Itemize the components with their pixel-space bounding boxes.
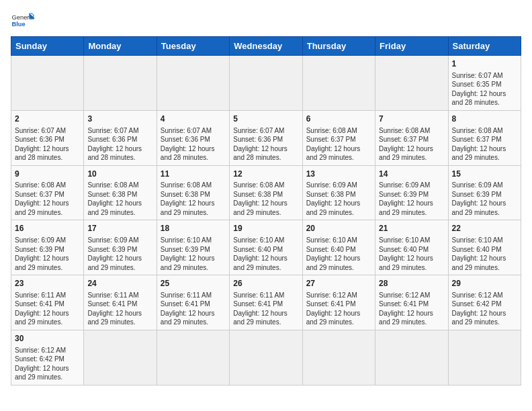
calendar-cell: 28Sunrise: 6:12 AM Sunset: 6:41 PM Dayli…: [375, 275, 448, 330]
day-info: Sunrise: 6:07 AM Sunset: 6:36 PM Dayligh…: [233, 126, 298, 163]
calendar-cell: [84, 330, 157, 385]
day-number: 19: [233, 223, 298, 234]
calendar-cell: 14Sunrise: 6:09 AM Sunset: 6:39 PM Dayli…: [375, 165, 448, 220]
day-info: Sunrise: 6:09 AM Sunset: 6:39 PM Dayligh…: [15, 236, 80, 272]
calendar-cell: [157, 56, 229, 111]
day-info: Sunrise: 6:07 AM Sunset: 6:36 PM Dayligh…: [87, 126, 152, 163]
calendar-cell: 9Sunrise: 6:08 AM Sunset: 6:37 PM Daylig…: [11, 165, 84, 220]
day-info: Sunrise: 6:08 AM Sunset: 6:37 PM Dayligh…: [452, 126, 517, 163]
day-header-friday: Friday: [375, 37, 448, 56]
calendar-cell: 27Sunrise: 6:12 AM Sunset: 6:41 PM Dayli…: [302, 275, 375, 330]
day-info: Sunrise: 6:08 AM Sunset: 6:37 PM Dayligh…: [15, 181, 80, 217]
day-info: Sunrise: 6:10 AM Sunset: 6:40 PM Dayligh…: [379, 236, 444, 272]
calendar-cell: 3Sunrise: 6:07 AM Sunset: 6:36 PM Daylig…: [84, 110, 157, 165]
calendar-cell: [84, 56, 157, 111]
calendar-week-4: 23Sunrise: 6:11 AM Sunset: 6:41 PM Dayli…: [11, 275, 521, 330]
day-info: Sunrise: 6:07 AM Sunset: 6:36 PM Dayligh…: [15, 126, 80, 163]
day-number: 22: [452, 223, 517, 234]
day-info: Sunrise: 6:11 AM Sunset: 6:41 PM Dayligh…: [15, 291, 80, 327]
day-number: 28: [379, 278, 444, 289]
calendar-body: 1Sunrise: 6:07 AM Sunset: 6:35 PM Daylig…: [11, 56, 521, 385]
calendar-week-2: 9Sunrise: 6:08 AM Sunset: 6:37 PM Daylig…: [11, 165, 521, 220]
calendar-cell: 18Sunrise: 6:10 AM Sunset: 6:39 PM Dayli…: [157, 220, 229, 275]
calendar-cell: [157, 330, 229, 385]
calendar-cell: 4Sunrise: 6:07 AM Sunset: 6:36 PM Daylig…: [157, 110, 229, 165]
day-info: Sunrise: 6:08 AM Sunset: 6:38 PM Dayligh…: [233, 181, 298, 217]
day-info: Sunrise: 6:12 AM Sunset: 6:41 PM Dayligh…: [379, 291, 444, 327]
day-info: Sunrise: 6:09 AM Sunset: 6:39 PM Dayligh…: [452, 181, 517, 217]
calendar-cell: 8Sunrise: 6:08 AM Sunset: 6:37 PM Daylig…: [448, 110, 521, 165]
day-number: 15: [452, 169, 517, 180]
day-number: 14: [379, 169, 444, 180]
day-info: Sunrise: 6:11 AM Sunset: 6:41 PM Dayligh…: [233, 291, 298, 327]
day-info: Sunrise: 6:07 AM Sunset: 6:35 PM Dayligh…: [452, 71, 517, 107]
calendar-cell: [302, 330, 375, 385]
calendar-cell: 20Sunrise: 6:10 AM Sunset: 6:40 PM Dayli…: [302, 220, 375, 275]
calendar-cell: [230, 56, 302, 111]
day-header-wednesday: Wednesday: [230, 37, 302, 56]
day-info: Sunrise: 6:12 AM Sunset: 6:41 PM Dayligh…: [306, 291, 371, 327]
day-info: Sunrise: 6:08 AM Sunset: 6:37 PM Dayligh…: [306, 126, 371, 163]
header: General Blue: [11, 11, 521, 30]
day-info: Sunrise: 6:10 AM Sunset: 6:40 PM Dayligh…: [306, 236, 371, 272]
calendar-cell: 1Sunrise: 6:07 AM Sunset: 6:35 PM Daylig…: [448, 56, 521, 111]
generalblue-logo-icon: General Blue: [11, 11, 35, 30]
calendar-week-5: 30Sunrise: 6:12 AM Sunset: 6:42 PM Dayli…: [11, 330, 521, 385]
day-info: Sunrise: 6:07 AM Sunset: 6:36 PM Dayligh…: [161, 126, 226, 163]
day-number: 24: [87, 278, 152, 289]
day-number: 21: [379, 223, 444, 234]
calendar-week-1: 2Sunrise: 6:07 AM Sunset: 6:36 PM Daylig…: [11, 110, 521, 165]
day-number: 7: [379, 113, 444, 125]
calendar-table: SundayMondayTuesdayWednesdayThursdayFrid…: [11, 36, 521, 385]
calendar-cell: [230, 330, 302, 385]
day-header-saturday: Saturday: [448, 37, 521, 56]
calendar-cell: 2Sunrise: 6:07 AM Sunset: 6:36 PM Daylig…: [11, 110, 84, 165]
day-info: Sunrise: 6:10 AM Sunset: 6:39 PM Dayligh…: [161, 236, 226, 272]
calendar-week-3: 16Sunrise: 6:09 AM Sunset: 6:39 PM Dayli…: [11, 220, 521, 275]
day-number: 6: [306, 113, 371, 125]
calendar-cell: [11, 56, 84, 111]
day-number: 2: [15, 113, 80, 125]
calendar-cell: 30Sunrise: 6:12 AM Sunset: 6:42 PM Dayli…: [11, 330, 84, 385]
day-header-thursday: Thursday: [302, 37, 375, 56]
calendar-cell: 13Sunrise: 6:09 AM Sunset: 6:38 PM Dayli…: [302, 165, 375, 220]
calendar-cell: 7Sunrise: 6:08 AM Sunset: 6:37 PM Daylig…: [375, 110, 448, 165]
calendar-cell: 22Sunrise: 6:10 AM Sunset: 6:40 PM Dayli…: [448, 220, 521, 275]
logo: General Blue: [11, 11, 35, 30]
calendar-cell: [302, 56, 375, 111]
day-number: 20: [306, 223, 371, 234]
calendar-cell: 5Sunrise: 6:07 AM Sunset: 6:36 PM Daylig…: [230, 110, 302, 165]
calendar-cell: 29Sunrise: 6:12 AM Sunset: 6:42 PM Dayli…: [448, 275, 521, 330]
day-number: 9: [15, 169, 80, 180]
day-number: 16: [15, 223, 80, 234]
day-info: Sunrise: 6:12 AM Sunset: 6:42 PM Dayligh…: [15, 346, 80, 382]
day-info: Sunrise: 6:11 AM Sunset: 6:41 PM Dayligh…: [161, 291, 226, 327]
day-number: 3: [87, 113, 152, 125]
day-info: Sunrise: 6:09 AM Sunset: 6:39 PM Dayligh…: [379, 181, 444, 217]
calendar-cell: [375, 56, 448, 111]
day-number: 5: [233, 113, 298, 125]
day-number: 4: [161, 113, 226, 125]
day-header-monday: Monday: [84, 37, 157, 56]
calendar-cell: 21Sunrise: 6:10 AM Sunset: 6:40 PM Dayli…: [375, 220, 448, 275]
calendar-cell: 16Sunrise: 6:09 AM Sunset: 6:39 PM Dayli…: [11, 220, 84, 275]
calendar-cell: 11Sunrise: 6:08 AM Sunset: 6:38 PM Dayli…: [157, 165, 229, 220]
day-header-tuesday: Tuesday: [157, 37, 229, 56]
day-header-sunday: Sunday: [11, 37, 84, 56]
day-number: 27: [306, 278, 371, 289]
day-number: 17: [87, 223, 152, 234]
day-number: 12: [233, 169, 298, 180]
day-info: Sunrise: 6:10 AM Sunset: 6:40 PM Dayligh…: [452, 236, 517, 272]
day-info: Sunrise: 6:08 AM Sunset: 6:38 PM Dayligh…: [161, 181, 226, 217]
calendar-cell: 15Sunrise: 6:09 AM Sunset: 6:39 PM Dayli…: [448, 165, 521, 220]
day-number: 29: [452, 278, 517, 289]
day-info: Sunrise: 6:10 AM Sunset: 6:40 PM Dayligh…: [233, 236, 298, 272]
day-info: Sunrise: 6:08 AM Sunset: 6:38 PM Dayligh…: [87, 181, 152, 217]
day-number: 30: [15, 333, 80, 345]
calendar-cell: 10Sunrise: 6:08 AM Sunset: 6:38 PM Dayli…: [84, 165, 157, 220]
day-number: 1: [452, 58, 517, 70]
day-number: 18: [161, 223, 226, 234]
day-info: Sunrise: 6:11 AM Sunset: 6:41 PM Dayligh…: [87, 291, 152, 327]
day-number: 26: [233, 278, 298, 289]
day-info: Sunrise: 6:12 AM Sunset: 6:42 PM Dayligh…: [452, 291, 517, 327]
